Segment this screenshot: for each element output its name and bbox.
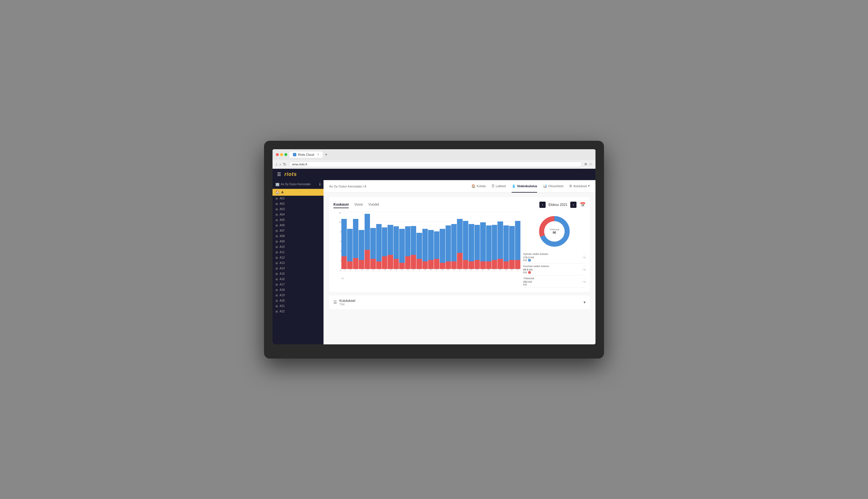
menu-hamburger[interactable]: ☰: [277, 172, 281, 177]
tab-kohde[interactable]: 🏠 Kohde: [471, 180, 486, 193]
y-label-12: 12: [334, 211, 341, 214]
time-tab-kuukausi[interactable]: Kuukausi: [334, 202, 349, 208]
legend-cold-dash: —: [583, 253, 586, 255]
sidebar-item-a01[interactable]: ▣ A01: [273, 196, 324, 201]
legend-cold-price: 0 €: [523, 259, 527, 262]
donut-chart: 31% 69% Yhteensä 0€: [538, 215, 571, 248]
tab-olosuhteet[interactable]: 📊 Olosuhteet: [543, 180, 563, 193]
bar-cold: [451, 224, 457, 262]
laptop: Riots Cloud ✕ + ‹ › ↻ ⊞ ☆ ☰ riots: [264, 141, 604, 358]
bar-hot: [347, 261, 352, 269]
period-prev-button[interactable]: ‹: [539, 202, 546, 208]
bar-cold: [503, 226, 509, 261]
new-tab-button[interactable]: +: [325, 152, 327, 157]
time-tabs: Kuukausi Vuosi Vuodet: [334, 202, 379, 208]
sidebar-item-a20[interactable]: ▣ A20: [273, 298, 324, 303]
sidebar-item-a16[interactable]: ▣ A16: [273, 277, 324, 282]
bar-hot: [486, 261, 492, 269]
close-dot[interactable]: [276, 153, 279, 156]
address-input[interactable]: [289, 161, 582, 167]
sidebar-item-a21[interactable]: ▣ A21: [273, 303, 324, 309]
bar-hot: [422, 261, 428, 269]
calendar-icon[interactable]: 📅: [580, 202, 586, 207]
sidebar-active-item[interactable]: 🏠 A: [273, 189, 324, 196]
bar-hot: [469, 261, 474, 269]
kulutukset-text: Kulutukset Tilat: [339, 299, 355, 306]
sidebar-item-a18[interactable]: ▣ A18: [273, 287, 324, 293]
tab-laitteet-label: Laitteet: [496, 184, 506, 188]
minimize-dot[interactable]: [280, 153, 283, 156]
tab-vedenkulutus-label: Vedenkulutus: [517, 184, 538, 188]
room-icon: ▣: [275, 229, 278, 232]
bar-hot: [503, 261, 509, 269]
legend-hot-dash: —: [583, 265, 586, 268]
kulutukset-list-icon: ☰: [334, 300, 337, 304]
bar-stack: [451, 224, 457, 269]
chart-container: 12 10 8 6 4 2 0: [334, 211, 586, 288]
bar-cold: [399, 229, 405, 263]
legend-cold-pct: - %: [582, 256, 586, 259]
time-tab-vuosi[interactable]: Vuosi: [354, 202, 363, 208]
tab-laitteet[interactable]: ☰ Laitteet: [492, 180, 506, 193]
legend-total-pct: - %: [582, 280, 586, 283]
sidebar-item-a13[interactable]: ▣ A13: [273, 260, 324, 266]
bookmark-icon[interactable]: ☆: [589, 162, 592, 166]
chart-controls: Kuukausi Vuosi Vuodet ‹ Elokuu 2021 ›: [334, 202, 586, 208]
legend-cold: Kylmän veden kulutus — 176.2 m3 - %: [523, 251, 586, 263]
sidebar-building: 🏢 As Oy Oulun Kerrostalo: [275, 182, 311, 186]
tab-asetukset[interactable]: ⚙ Asetukset ▾: [569, 180, 590, 193]
sidebar-item-a09[interactable]: ▣ A09: [273, 239, 324, 244]
sidebar-item-a11[interactable]: ▣ A11: [273, 250, 324, 255]
reload-button[interactable]: ↻: [283, 162, 286, 167]
period-next-button[interactable]: ›: [570, 202, 577, 208]
y-label-4: 4: [334, 250, 341, 252]
tab-asetukset-label: Asetukset: [574, 184, 587, 188]
maximize-dot[interactable]: [285, 153, 287, 156]
bar-hot: [341, 256, 347, 269]
bar-stack: [370, 228, 376, 269]
sidebar-item-a12[interactable]: ▣ A12: [273, 255, 324, 260]
sidebar-item-a22[interactable]: ▣ A22: [273, 309, 324, 314]
sidebar-info-icon[interactable]: ℹ: [319, 182, 321, 186]
legend-cold-info[interactable]: i: [528, 259, 531, 262]
legend-total: Yhteensä — 263 m3 - %: [523, 276, 586, 288]
bar-hot: [382, 256, 387, 269]
back-button[interactable]: ‹: [276, 162, 277, 167]
asetukset-chevron: ▾: [588, 184, 590, 188]
sidebar-item-label: A07: [280, 229, 285, 232]
sidebar-item-label: A21: [280, 304, 285, 307]
sidebar-item-a14[interactable]: ▣ A14: [273, 266, 324, 271]
sidebar-item-a02[interactable]: ▣ A02: [273, 201, 324, 206]
bar-group: 6.8: [370, 211, 376, 271]
sidebar-item-a08[interactable]: ▣ A08: [273, 233, 324, 239]
chart-left: 12 10 8 6 4 2 0: [334, 211, 520, 288]
sidebar-item-a06[interactable]: ▣ A06: [273, 222, 324, 228]
browser-tab[interactable]: Riots Cloud ✕: [290, 151, 323, 158]
sidebar-item-a19[interactable]: ▣ A19: [273, 293, 324, 298]
sidebar-item-a10[interactable]: ▣ A10: [273, 244, 324, 250]
sidebar-item-a03[interactable]: ▣ A03: [273, 206, 324, 212]
kohde-icon: 🏠: [471, 184, 475, 188]
breadcrumb: As Oy Oulun Kerrostalo / A: [329, 185, 366, 188]
legend-hot-info[interactable]: i: [528, 271, 531, 274]
sidebar-item-a07[interactable]: ▣ A07: [273, 228, 324, 233]
sidebar-item-a04[interactable]: ▣ A04: [273, 212, 324, 217]
svg-text:0€: 0€: [553, 231, 556, 234]
tab-vedenkulutus[interactable]: 💧 Vedenkulutus: [511, 180, 538, 193]
sidebar-item-label: A15: [280, 272, 285, 275]
y-label-6: 6: [334, 240, 341, 243]
time-tab-vuodet[interactable]: Vuodet: [369, 202, 379, 208]
sidebar-item-label: A04: [280, 213, 285, 216]
forward-button[interactable]: ›: [280, 162, 281, 167]
room-icon: ▣: [275, 240, 278, 243]
tab-close-button[interactable]: ✕: [317, 153, 319, 156]
sidebar-item-a17[interactable]: ▣ A17: [273, 282, 324, 287]
kulutukset-chevron[interactable]: ▾: [583, 300, 586, 304]
sidebar-item-a15[interactable]: ▣ A15: [273, 271, 324, 277]
bar-stack: [486, 226, 492, 269]
sidebar-item-a05[interactable]: ▣ A05: [273, 217, 324, 222]
bar-hot: [515, 260, 520, 269]
room-icon: ▣: [275, 224, 278, 227]
tab-olosuhteet-label: Olosuhteet: [548, 184, 563, 188]
bar-group: 19.8: [446, 211, 451, 271]
